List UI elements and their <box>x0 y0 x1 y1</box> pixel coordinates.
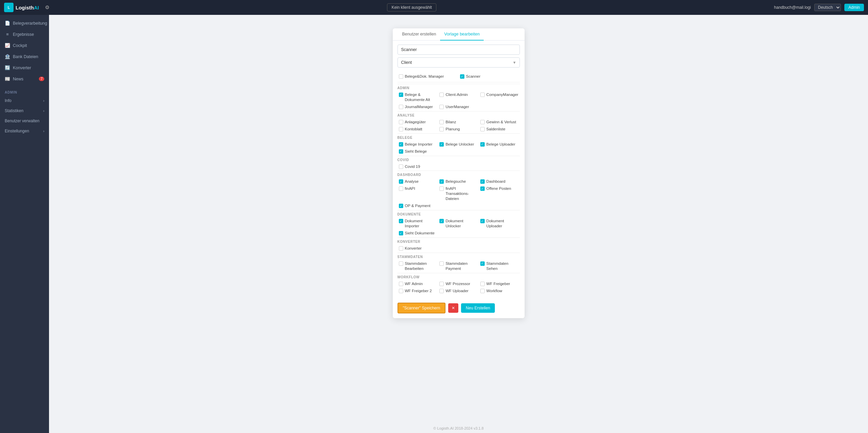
perm-row: Sieht Dokumente <box>397 230 520 237</box>
checkbox-dokument-importer[interactable] <box>399 219 403 223</box>
sidebar-item-benutzer-verwalten[interactable]: Benutzer verwalten <box>0 116 49 126</box>
sidebar-item-info[interactable]: Info › <box>0 96 49 106</box>
checkbox-journal-manager[interactable] <box>399 105 403 109</box>
perm-row: Belege Importer Belege Unlocker Belege U… <box>397 141 520 148</box>
sidebar-item-belegverarbeitung[interactable]: 📄 Belegverarbeitung <box>0 18 49 29</box>
topbar-right: handbuch@mail.logi Deutsch English Admin <box>774 4 864 11</box>
checkbox-offene-posten[interactable] <box>480 186 485 191</box>
section-analyse: ANALYSE Anlagegüter Bilanz <box>397 111 520 133</box>
name-input[interactable] <box>397 45 520 55</box>
label-belege-dok-alt: Belege & Dokumente Alt <box>405 92 437 102</box>
modal-tabs: Benutzer erstellen Vorlage bearbeiten <box>393 28 525 41</box>
admin-section-label: ADMIN <box>0 87 49 96</box>
section-belege: BELEGE Belege Importer Belege Unlocker <box>397 133 520 155</box>
cancel-button[interactable]: ✕ <box>448 303 458 313</box>
checkbox-wf-prozessor[interactable] <box>439 282 444 286</box>
sidebar-label-cockpit: Cockpit <box>13 43 27 48</box>
client-select-wrapper: Client ▼ <box>397 57 520 68</box>
checkbox-gewinn-verlust[interactable] <box>480 120 485 124</box>
checkbox-workflow[interactable] <box>480 289 485 293</box>
sidebar-item-news[interactable]: 📰 News 7 <box>0 73 49 84</box>
tab-vorlage-bearbeiten[interactable]: Vorlage bearbeiten <box>440 28 484 41</box>
checkbox-finapi-transaktions[interactable] <box>439 186 444 191</box>
checkbox-dashboard[interactable] <box>480 179 485 184</box>
checkbox-user-manager[interactable] <box>439 105 444 109</box>
perm-item-client-admin: Client-Admin <box>438 91 479 103</box>
settings-icon[interactable]: ⚙ <box>45 4 49 10</box>
perm-item-empty <box>438 202 479 209</box>
checkbox-op-payment[interactable] <box>399 204 403 208</box>
sidebar-label-konverter: Konverter <box>13 66 31 70</box>
section-header-dokumente: DOKUMENTE <box>397 210 520 218</box>
checkbox-belegsuche[interactable] <box>439 179 444 184</box>
perm-row: Kontoblatt Planung Saldenliste <box>397 126 520 133</box>
admin-button[interactable]: Admin <box>844 4 864 11</box>
sidebar-item-ergebnisse[interactable]: ≡ Ergebnisse <box>0 29 49 40</box>
checkbox-analyse[interactable] <box>399 179 403 184</box>
checkbox-dokument-unlocker[interactable] <box>439 219 444 223</box>
top-perm-row: Belege&Dok. Manager Scanner <box>397 71 520 82</box>
label-wf-freigeber-2: WF Freigeber 2 <box>405 288 432 294</box>
perm-item-kontoblatt: Kontoblatt <box>397 126 438 133</box>
label-anlagegueter: Anlagegüter <box>405 120 426 125</box>
checkbox-wf-freigeber[interactable] <box>480 282 485 286</box>
checkbox-stammdaten-sehen[interactable] <box>480 261 485 266</box>
perm-row: WF Freigeber 2 WF Uploader Workflow <box>397 287 520 295</box>
sidebar-item-statistiken[interactable]: Statistiken › <box>0 106 49 116</box>
checkbox-scanner[interactable] <box>460 74 464 79</box>
checkbox-kontoblatt[interactable] <box>399 127 403 131</box>
perm-item-empty <box>479 148 520 155</box>
checkbox-covid-19[interactable] <box>399 164 403 169</box>
checkbox-wf-uploader[interactable] <box>439 289 444 293</box>
label-stammdaten-bearbeiten: Stammdaten Bearbeiten <box>405 261 437 271</box>
checkbox-wf-admin[interactable] <box>399 282 403 286</box>
checkbox-stammdaten-bearbeiten[interactable] <box>399 261 403 266</box>
label-dashboard: Dashboard <box>486 179 505 184</box>
checkbox-belege-importer[interactable] <box>399 142 403 147</box>
sidebar-item-bank-dateien[interactable]: 🏦 Bank Dateien <box>0 51 49 62</box>
sidebar-label-ergebnisse: Ergebnisse <box>13 32 34 37</box>
checkbox-client-admin[interactable] <box>439 93 444 97</box>
logo: L LogisthAI <box>4 3 39 12</box>
checkbox-wf-freigeber-2[interactable] <box>399 289 403 293</box>
perm-item-sieht-belege: Sieht Belege <box>397 148 438 155</box>
client-select[interactable]: Client <box>397 57 520 68</box>
checkbox-belege-uploader[interactable] <box>480 142 485 147</box>
checkbox-planung[interactable] <box>439 127 444 131</box>
checkbox-belege-unlocker[interactable] <box>439 142 444 147</box>
sidebar-item-einstellungen[interactable]: Einstellungen › <box>0 126 49 136</box>
checkbox-bilanz[interactable] <box>439 120 444 124</box>
checkbox-belege-dok-alt[interactable] <box>399 93 403 97</box>
checkbox-sieht-belege[interactable] <box>399 149 403 154</box>
checkbox-finapi[interactable] <box>399 186 403 191</box>
statistiken-chevron-icon: › <box>43 109 44 113</box>
sidebar-item-cockpit[interactable]: 📈 Cockpit <box>0 40 49 51</box>
sidebar-nav: 📄 Belegverarbeitung ≡ Ergebnisse 📈 Cockp… <box>0 15 49 87</box>
perm-item-bilanz: Bilanz <box>438 119 479 126</box>
checkbox-saldenliste[interactable] <box>480 127 485 131</box>
checkbox-dokument-uploader[interactable] <box>480 219 485 223</box>
checkbox-company-manager[interactable] <box>480 93 485 97</box>
perm-item-wf-uploader: WF Uploader <box>438 287 479 295</box>
create-button[interactable]: Neu Erstellen <box>461 303 495 313</box>
language-select[interactable]: Deutsch English <box>814 4 841 11</box>
checkbox-konverter[interactable] <box>399 246 403 251</box>
sidebar-label-belegverarbeitung: Belegverarbeitung <box>13 21 47 26</box>
label-sieht-belege: Sieht Belege <box>405 149 427 154</box>
no-client-button[interactable]: Kein klient ausgewählt <box>387 3 436 11</box>
page-footer: © Logisth.AI 2018-2024 v3.1.8 <box>49 424 868 433</box>
sidebar-item-konverter[interactable]: 🔄 Konverter <box>0 62 49 73</box>
perm-item-finapi: finAPI <box>397 185 438 202</box>
checkbox-stammdaten-payment[interactable] <box>439 261 444 266</box>
label-dokument-unlocker: Dokument Unlocker <box>445 219 478 229</box>
label-wf-admin: WF Admin <box>405 281 423 286</box>
label-op-payment: OP & Payment <box>405 203 431 208</box>
tab-benutzer-erstellen[interactable]: Benutzer erstellen <box>398 28 440 41</box>
checkbox-anlagegueter[interactable] <box>399 120 403 124</box>
checkbox-belege-dok-manager[interactable] <box>399 74 403 79</box>
label-wf-freigeber: WF Freigeber <box>486 281 510 286</box>
perm-item-empty <box>479 103 520 110</box>
save-button[interactable]: "Scanner" Speichern <box>397 303 446 313</box>
sidebar: 📄 Belegverarbeitung ≡ Ergebnisse 📈 Cockp… <box>0 15 49 433</box>
checkbox-sieht-dokumente[interactable] <box>399 231 403 235</box>
